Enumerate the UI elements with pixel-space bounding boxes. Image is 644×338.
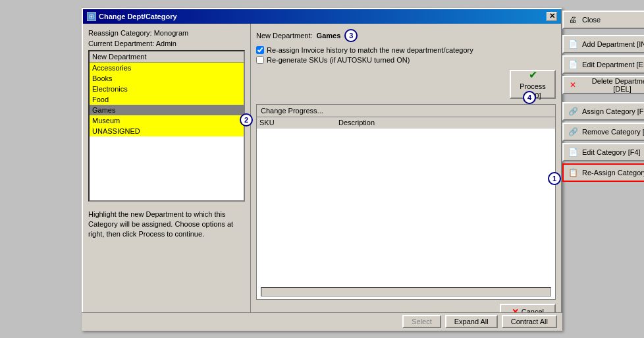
edit-dept-icon: 📄 [568,59,578,70]
edit-category-button[interactable]: 📄 Edit Category [F4] [562,143,644,161]
title-close-button[interactable]: ✕ [547,12,557,21]
list-item[interactable]: Food [90,94,244,105]
close-sidebar-button[interactable]: 🖨 Close [562,11,644,29]
select-label: Select [412,318,432,325]
title-bar: ⊞ Change Dept/Category ✕ [83,9,561,24]
hint-text: Highlight the new Department to which th… [88,210,245,240]
add-dept-icon: 📄 [568,39,578,49]
list-item[interactable]: Electronics [90,84,244,94]
dialog-icon: ⊞ [87,12,96,21]
progress-section: Change Progress... SKU Description [256,104,556,300]
step-badge-4: 4 [523,91,536,104]
assign-category-button[interactable]: 🔗 Assign Category [F2] [562,102,644,121]
col-sku-header: SKU [259,119,338,127]
checkbox-row-1: Re-assign Invoice history to match the n… [256,46,556,54]
middle-panel: New Department: Games 3 Re-assign Invoic… [251,24,561,329]
edit-cat-icon: 📄 [568,147,578,157]
contract-all-button[interactable]: Contract All [502,315,557,328]
process-btn-line1: Process [520,82,546,90]
delete-dept-label: Delete Department [DEL] [582,77,644,93]
delete-department-button[interactable]: ✕ Delete Department [DEL] [562,76,644,94]
title-bar-left: ⊞ Change Dept/Category [87,12,177,21]
remove-cat-label: Remove Category [F3] [582,128,644,136]
remove-cat-icon: 🔗 [568,127,578,137]
close-sidebar-icon: 🖨 [568,14,578,25]
reassign-info: Reassign Category: Monogram [88,29,245,37]
step-badge-3: 3 [344,29,358,42]
edit-department-button[interactable]: 📄 Edit Department [ENTR] [562,55,644,74]
reassign-category-button[interactable]: 📋 Re-Assign Category [F5] [562,163,644,182]
list-item[interactable]: UNASSIGNED [90,126,244,136]
dialog-title: Change Dept/Category [99,13,177,20]
edit-dept-label: Edit Department [ENTR] [582,61,644,69]
list-item[interactable]: Museum [90,115,244,126]
left-panel: Reassign Category: Monogram Current Depa… [83,24,251,329]
regenerate-skus-checkbox[interactable] [256,56,264,64]
checkbox-row-2: Re-generate SKUs (if AUTOSKU turned ON) [256,56,556,64]
checkboxes-section: Re-assign Invoice history to match the n… [256,46,556,66]
reassign-invoice-label: Re-assign Invoice history to match the n… [267,46,473,54]
close-x-icon: ✕ [549,12,555,20]
dialog-body: Reassign Category: Monogram Current Depa… [83,24,561,329]
step-badge-2: 2 [240,113,253,127]
reassign-cat-label: Re-Assign Category [F5] [582,169,644,177]
list-item[interactable]: Books [90,73,244,84]
current-dept-label: Current Department: [88,40,154,47]
reassign-cat-icon: 📋 [568,167,578,178]
reassign-value: Monogram [154,29,189,37]
add-department-button[interactable]: 📄 Add Department [INS] [562,35,644,53]
current-dept-info: Current Department: Admin [88,40,245,47]
dept-list-container: New Department Accessories Books Electro… [88,50,245,202]
dept-list-header: New Department [90,51,244,63]
edit-cat-label: Edit Category [F4] [582,148,641,156]
progress-content [257,128,555,285]
select-button[interactable]: Select [402,315,441,328]
assign-cat-label: Assign Category [F2] [582,107,644,115]
new-dept-value: Games [317,32,341,40]
regenerate-skus-label: Re-generate SKUs (if AUTOSKU turned ON) [267,56,410,64]
change-dept-dialog: ⊞ Change Dept/Category ✕ Reassign Catego… [82,8,562,331]
col-desc-header: Description [338,119,552,127]
bottom-bar: Select Expand All Contract All [82,312,562,331]
current-dept-value: Admin [156,40,176,47]
expand-all-label: Expand All [454,318,489,325]
list-item[interactable]: Accessories [90,63,244,73]
progress-title: Change Progress... [257,105,555,117]
reassign-label: Reassign Category: [88,29,152,37]
new-dept-label: New Department: [256,32,313,40]
reassign-invoice-checkbox[interactable] [256,46,264,54]
delete-dept-icon: ✕ [568,80,578,90]
new-dept-row: New Department: Games 3 [256,29,556,42]
process-section: ✔ Process [F10] 4 [256,70,556,99]
right-sidebar: 🖨 Close 📄 Add Department [INS] 📄 Edit De… [562,8,644,184]
expand-all-button[interactable]: Expand All [445,315,498,328]
progress-table-header: SKU Description [257,117,555,128]
remove-category-button[interactable]: 🔗 Remove Category [F3] [562,123,644,141]
step-badge-1: 1 [548,172,561,185]
process-check-icon: ✔ [529,69,537,81]
contract-all-label: Contract All [511,318,548,325]
progress-bar [261,287,551,296]
add-dept-label: Add Department [INS] [582,40,644,48]
close-sidebar-label: Close [582,16,601,24]
list-item-selected[interactable]: Games [90,105,244,115]
assign-cat-icon: 🔗 [568,106,578,117]
